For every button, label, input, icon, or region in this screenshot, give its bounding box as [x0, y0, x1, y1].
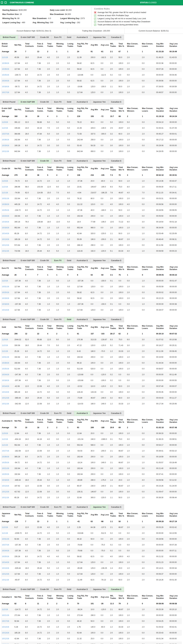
tab-australian[interactable]: Australian $: [74, 258, 90, 263]
tab-british-pound[interactable]: British Pound: [0, 258, 18, 263]
tab-canadian[interactable]: Canadian $: [108, 258, 124, 263]
date-link[interactable]: 10/13/16: [2, 485, 9, 487]
tab-gold[interactable]: Gold: [64, 258, 74, 263]
date-link[interactable]: 10/24/16: [2, 550, 9, 552]
tab-japanese-yen[interactable]: Japanese Yen: [90, 258, 108, 263]
tab-japanese-yen[interactable]: Japanese Yen: [90, 504, 108, 510]
date-link[interactable]: 10/14/16: [2, 232, 9, 234]
date-link[interactable]: 10/21/16: [2, 614, 9, 616]
date-link[interactable]: 10/31/16: [2, 538, 9, 540]
date-link[interactable]: 10/18/16: [2, 479, 9, 481]
date-link[interactable]: 10/11/16: [2, 250, 9, 252]
tab-japanese-yen[interactable]: Japanese Yen: [90, 99, 108, 105]
date-link[interactable]: 10/25/16: [2, 368, 9, 370]
tab-japanese-yen[interactable]: Japanese Yen: [90, 317, 108, 322]
date-link[interactable]: 10/20/16: [2, 473, 9, 475]
date-link[interactable]: 10/11/16: [2, 403, 9, 405]
date-link[interactable]: 11/3/16: [2, 121, 8, 123]
date-link[interactable]: 10/12/16: [2, 573, 9, 575]
tab-crude-oil[interactable]: Crude Oil: [38, 587, 52, 592]
date-link[interactable]: 10/27/16: [2, 450, 9, 452]
tab-british-pound[interactable]: British Pound: [0, 158, 18, 164]
tab-euro-fx[interactable]: Euro FX: [52, 587, 64, 592]
date-link[interactable]: 10/27/16: [2, 133, 9, 135]
tab-gold[interactable]: Gold: [64, 158, 74, 164]
date-link[interactable]: 10/24/16: [2, 215, 9, 217]
date-link[interactable]: 10/18/16: [2, 226, 9, 229]
tab-gold[interactable]: Gold: [64, 411, 74, 416]
tab-gold[interactable]: Gold: [64, 317, 74, 322]
date-link[interactable]: 10/14/16: [2, 309, 9, 311]
date-link[interactable]: 11/1/16: [2, 444, 8, 446]
tab-crude-oil[interactable]: Crude Oil: [38, 158, 52, 164]
square-outline-icon-1[interactable]: [1, 2, 3, 4]
tab-australian[interactable]: Australian $: [74, 587, 90, 592]
tab-gold[interactable]: Gold: [64, 35, 74, 40]
tab-australian[interactable]: Australian $: [74, 411, 90, 416]
date-link[interactable]: 10/19/16: [2, 144, 9, 146]
date-link[interactable]: 11/3/16: [2, 180, 8, 182]
tab-crude-oil[interactable]: Crude Oil: [38, 504, 52, 510]
tab-british-pound[interactable]: British Pound: [0, 99, 18, 105]
date-link[interactable]: 10/13/16: [2, 391, 9, 393]
tab-canadian[interactable]: Canadian $: [108, 317, 124, 322]
date-link[interactable]: 10/11/16: [2, 579, 9, 581]
tab-canadian[interactable]: Canadian $: [108, 504, 124, 510]
date-link[interactable]: 10/17/16: [2, 620, 9, 622]
tab-australian[interactable]: Australian $: [74, 35, 90, 40]
date-link[interactable]: 10/13/16: [2, 632, 9, 634]
date-link[interactable]: 10/14/16: [2, 385, 9, 387]
date-link[interactable]: 10/14/16: [2, 626, 9, 628]
date-link[interactable]: 10/27/16: [2, 544, 9, 546]
tab-british-pound[interactable]: British Pound: [0, 587, 18, 592]
date-link[interactable]: 11/2/16: [2, 127, 8, 129]
date-link[interactable]: 10/26/16: [2, 68, 9, 70]
tab-e-mini-sandp-500[interactable]: E-mini S&P 500: [18, 35, 38, 40]
tab-euro-fx[interactable]: Euro FX: [52, 317, 64, 322]
tab-e-mini-sandp-500[interactable]: E-mini S&P 500: [18, 158, 38, 164]
date-link[interactable]: 10/24/16: [2, 374, 9, 376]
tab-euro-fx[interactable]: Euro FX: [52, 158, 64, 164]
tab-e-mini-sandp-500[interactable]: E-mini S&P 500: [18, 411, 38, 416]
date-link[interactable]: 10/14/16: [2, 561, 9, 564]
date-link[interactable]: 10/12/16: [2, 397, 9, 399]
date-link[interactable]: 11/2/16: [2, 344, 8, 346]
tab-canadian[interactable]: Canadian $: [108, 587, 124, 592]
tab-crude-oil[interactable]: Crude Oil: [38, 35, 52, 40]
tab-canadian[interactable]: Canadian $: [108, 99, 124, 105]
tab-canadian[interactable]: Canadian $: [108, 35, 124, 40]
tab-e-mini-sandp-500[interactable]: E-mini S&P 500: [18, 258, 38, 263]
date-link[interactable]: 11/2/16: [2, 608, 8, 610]
tab-gold[interactable]: Gold: [64, 587, 74, 592]
date-link[interactable]: 10/31/16: [2, 198, 9, 200]
tab-crude-oil[interactable]: Crude Oil: [38, 99, 52, 105]
tab-canadian[interactable]: Canadian $: [108, 411, 124, 416]
tab-e-mini-sandp-500[interactable]: E-mini S&P 500: [18, 587, 38, 592]
tab-euro-fx[interactable]: Euro FX: [52, 35, 64, 40]
date-link[interactable]: 10/13/16: [2, 238, 9, 240]
date-link[interactable]: 10/25/16: [2, 74, 9, 76]
date-link[interactable]: 10/31/16: [2, 356, 9, 358]
date-link[interactable]: 10/28/16: [2, 62, 9, 64]
date-link[interactable]: 10/21/16: [2, 467, 9, 470]
date-link[interactable]: 10/11/16: [2, 150, 9, 152]
date-link[interactable]: 10/11/16: [2, 644, 9, 644]
tab-e-mini-sandp-500[interactable]: E-mini S&P 500: [18, 317, 38, 322]
tab-gold[interactable]: Gold: [64, 504, 74, 510]
date-link[interactable]: 10/31/16: [2, 286, 9, 288]
tab-e-mini-sandp-500[interactable]: E-mini S&P 500: [18, 504, 38, 510]
date-link[interactable]: 10/19/16: [2, 297, 9, 299]
tab-crude-oil[interactable]: Crude Oil: [38, 411, 52, 416]
date-link[interactable]: 10/28/16: [2, 203, 9, 206]
tab-euro-fx[interactable]: Euro FX: [52, 99, 64, 105]
date-link[interactable]: 10/18/16: [2, 86, 9, 88]
tab-crude-oil[interactable]: Crude Oil: [38, 317, 52, 322]
date-link[interactable]: 10/25/16: [2, 209, 9, 211]
date-link[interactable]: 11/3/16: [2, 338, 8, 341]
tab-euro-fx[interactable]: Euro FX: [52, 411, 64, 416]
tab-gold[interactable]: Gold: [64, 99, 74, 105]
date-link[interactable]: 11/3/16: [2, 432, 8, 434]
date-link[interactable]: 11/1/16: [2, 532, 8, 534]
date-link[interactable]: 10/20/16: [2, 556, 9, 558]
date-link[interactable]: 10/26/16: [2, 139, 9, 141]
